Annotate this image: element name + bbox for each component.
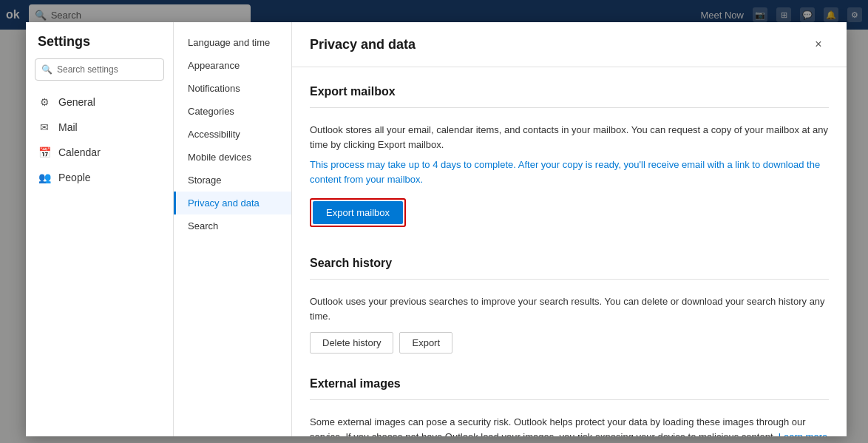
content-body: Export mailbox Outlook stores all your e… (292, 67, 847, 436)
close-button[interactable]: × (808, 34, 829, 55)
people-icon: 👥 (38, 171, 51, 184)
sidebar-item-mail[interactable]: ✉ Mail (26, 115, 173, 140)
nav-label-storage: Storage (188, 175, 222, 186)
sidebar-item-label-calendar: Calendar (58, 146, 101, 158)
mail-icon: ✉ (38, 121, 51, 134)
export-description-1: Outlook stores all your email, calendar … (310, 123, 829, 152)
search-history-section: Search history Outlook uses your previou… (310, 257, 829, 354)
external-images-description: Some external images can pose a security… (310, 415, 829, 436)
settings-middle-nav: Language and time Appearance Notificatio… (174, 22, 292, 436)
learn-more-link[interactable]: Learn more (779, 431, 827, 437)
nav-item-accessibility[interactable]: Accessibility (174, 123, 291, 146)
export-history-button[interactable]: Export (399, 332, 452, 354)
nav-label-accessibility: Accessibility (188, 129, 240, 140)
sidebar-item-calendar[interactable]: 📅 Calendar (26, 140, 173, 165)
search-history-description: Outlook uses your previous searches to i… (310, 294, 829, 323)
nav-label-appearance: Appearance (188, 60, 240, 71)
general-icon: ⚙ (38, 95, 51, 109)
sidebar-item-label-mail: Mail (58, 121, 78, 133)
sidebar-item-general[interactable]: ⚙ General (26, 89, 173, 115)
search-history-title: Search history (310, 257, 829, 270)
sidebar-item-people[interactable]: 👥 People (26, 165, 173, 190)
search-settings-placeholder: Search settings (57, 64, 118, 75)
nav-item-language[interactable]: Language and time (174, 31, 291, 54)
nav-label-mobile: Mobile devices (188, 152, 251, 163)
settings-title: Settings (26, 34, 173, 58)
export-mailbox-btn-wrapper: Export mailbox (310, 198, 406, 227)
section-divider-1 (310, 107, 829, 108)
export-mailbox-title: Export mailbox (310, 85, 829, 98)
sidebar-item-label-people: People (58, 172, 91, 183)
export-description-2: This process may take up to 4 days to co… (310, 158, 829, 186)
nav-item-categories[interactable]: Categories (174, 100, 291, 123)
sidebar-item-label-general: General (58, 96, 95, 108)
search-history-buttons: Delete history Export (310, 332, 829, 354)
section-divider-3 (310, 399, 829, 400)
search-settings-icon: 🔍 (41, 64, 52, 75)
nav-item-search[interactable]: Search (174, 214, 291, 237)
nav-item-privacy[interactable]: Privacy and data (174, 192, 291, 214)
nav-item-mobile[interactable]: Mobile devices (174, 146, 291, 169)
content-title: Privacy and data (310, 37, 416, 53)
delete-history-button[interactable]: Delete history (310, 332, 393, 354)
nav-item-notifications[interactable]: Notifications (174, 77, 291, 100)
export-mailbox-button[interactable]: Export mailbox (313, 201, 403, 224)
nav-item-appearance[interactable]: Appearance (174, 54, 291, 77)
nav-label-privacy: Privacy and data (188, 197, 260, 209)
calendar-icon: 📅 (38, 146, 51, 159)
external-images-section: External images Some external images can… (310, 377, 829, 436)
nav-label-categories: Categories (188, 106, 234, 117)
search-settings-input[interactable]: 🔍 Search settings (35, 58, 164, 81)
content-header: Privacy and data × (292, 22, 847, 67)
section-divider-2 (310, 279, 829, 280)
nav-label-search: Search (188, 220, 218, 231)
external-images-title: External images (310, 377, 829, 390)
nav-label-language: Language and time (188, 37, 270, 48)
settings-modal: Settings 🔍 Search settings ⚙ General ✉ M… (26, 22, 847, 436)
settings-sidebar: Settings 🔍 Search settings ⚙ General ✉ M… (26, 22, 174, 436)
nav-item-storage[interactable]: Storage (174, 169, 291, 192)
nav-label-notifications: Notifications (188, 83, 240, 94)
export-mailbox-section: Export mailbox Outlook stores all your e… (310, 85, 829, 233)
settings-content: Privacy and data × Export mailbox Outloo… (292, 22, 847, 436)
